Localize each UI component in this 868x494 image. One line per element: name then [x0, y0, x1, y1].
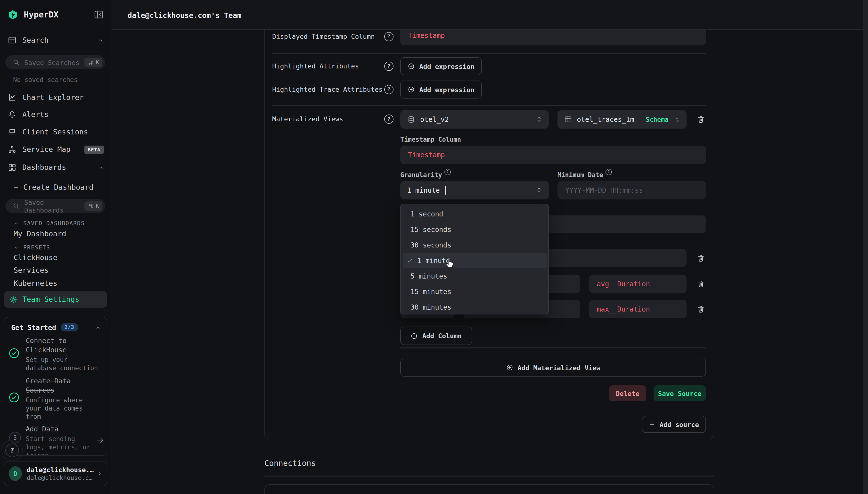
section-saved-dashboards[interactable]: SAVED DASHBOARDS	[14, 218, 85, 228]
help-button[interactable]: ?	[5, 443, 19, 457]
sidebar-item-label: Dashboards	[22, 163, 66, 172]
get-started-item-add-data[interactable]: Add Data Start sending logs, metrics, or…	[26, 424, 94, 456]
task-title: Create Data Sources	[26, 377, 99, 395]
sidebar-item-chart-explorer[interactable]: Chart Explorer	[8, 92, 104, 103]
get-started-progress-badge: 2/3	[60, 323, 78, 331]
task-desc: Set up your database connection	[26, 356, 101, 372]
dashboards-icon	[8, 163, 17, 172]
chart-explorer-icon	[8, 93, 17, 102]
bell-icon	[8, 110, 17, 119]
saved-searches-placeholder: Saved Searches	[24, 58, 80, 66]
chevron-up-icon[interactable]	[98, 37, 104, 43]
sidebar-item-dashboards[interactable]: Dashboards	[8, 162, 104, 173]
sidebar-item-team-settings[interactable]: Team Settings	[4, 291, 107, 308]
mouse-cursor-pointer	[444, 256, 456, 269]
get-started-item-create-sources[interactable]: Create Data Sources Configure where your…	[26, 377, 101, 421]
task-desc: Configure where your data comes from	[26, 396, 101, 421]
get-started-header[interactable]: Get Started 2/3	[11, 323, 101, 331]
task-title: Connect to ClickHouse	[26, 336, 99, 355]
chevron-down-icon	[14, 245, 19, 250]
divider	[265, 476, 714, 476]
scrollbar-track[interactable]	[863, 0, 868, 494]
check-icon	[407, 257, 413, 264]
granularity-dropdown: 1 second 15 seconds 30 seconds 1 minute …	[400, 204, 549, 315]
dropdown-option[interactable]: 15 minutes	[403, 284, 547, 299]
dropdown-option[interactable]: 5 minutes	[403, 268, 547, 284]
plus-icon	[13, 184, 19, 191]
search-section-icon	[8, 36, 17, 45]
chevron-right-icon	[97, 470, 103, 477]
saved-searches-input[interactable]: Saved Searches K	[5, 55, 105, 70]
sidebar-item-label: Alerts	[22, 110, 49, 119]
arrow-right-icon[interactable]	[96, 436, 104, 444]
shortcut-badge: K	[85, 58, 102, 67]
team-settings-label: Team Settings	[22, 295, 79, 304]
dropdown-option[interactable]: 30 minutes	[403, 299, 547, 315]
shortcut-badge: K	[85, 202, 102, 211]
page-title: dale@clickhouse.com's Team	[128, 11, 242, 20]
sidebar-item-label: Search	[22, 36, 49, 45]
dropdown-option[interactable]: 30 seconds	[403, 237, 547, 253]
app-title: HyperDX	[24, 10, 58, 19]
connections-heading: Connections	[265, 459, 316, 468]
get-started-card: Get Started 2/3 Connect to ClickHouse Se…	[4, 317, 107, 456]
dropdown-option-selected[interactable]: 1 minute	[403, 253, 547, 268]
sidebar: HyperDX Search Saved Searches K No saved…	[0, 0, 112, 494]
sidebar-item-service-map[interactable]: Service Map BETA	[8, 144, 104, 155]
top-bar: dale@clickhouse.com's Team	[112, 0, 868, 30]
beta-badge: BETA	[84, 145, 104, 154]
saved-dashboards-input[interactable]: Saved Dashboards K	[5, 199, 105, 213]
gear-icon	[9, 295, 17, 304]
connections-panel	[265, 484, 714, 494]
get-started-title: Get Started	[11, 323, 56, 331]
check-circle-icon	[8, 392, 20, 403]
sidebar-item-alerts[interactable]: Alerts	[8, 109, 104, 120]
dropdown-option[interactable]: 15 seconds	[403, 222, 547, 237]
cmd-icon	[88, 59, 94, 65]
section-presets[interactable]: PRESETS	[14, 243, 50, 252]
logo-row: HyperDX	[8, 9, 104, 20]
search-icon	[13, 202, 20, 210]
check-circle-icon	[8, 347, 20, 359]
chevron-up-icon[interactable]	[98, 164, 104, 171]
sidebar-item-my-dashboard[interactable]: My Dashboard	[14, 230, 66, 238]
search-icon	[13, 59, 20, 66]
saved-dashboards-placeholder: Saved Dashboards	[24, 198, 80, 214]
chevron-down-icon	[14, 221, 19, 226]
task-desc: Start sending logs, metrics, or traces	[26, 435, 94, 456]
dropdown-option[interactable]: 1 second	[403, 206, 547, 222]
avatar: D	[9, 466, 22, 481]
chevron-up-icon[interactable]	[95, 324, 101, 330]
user-email: dale@clickhouse.c…	[27, 474, 87, 482]
sidebar-item-label: Service Map	[22, 145, 71, 154]
service-map-icon	[8, 145, 17, 154]
sidebar-item-label: Chart Explorer	[22, 93, 84, 102]
cmd-icon	[88, 203, 94, 209]
collapse-sidebar-icon[interactable]	[94, 10, 104, 19]
sidebar-item-label: Client Sessions	[22, 128, 88, 136]
create-dashboard-button[interactable]: Create Dashboard	[13, 182, 109, 193]
sidebar-item-clickhouse[interactable]: ClickHouse	[14, 253, 58, 262]
user-menu[interactable]: D dale@clickhouse.… dale@clickhouse.c…	[4, 461, 107, 486]
sidebar-item-services[interactable]: Services	[14, 266, 49, 275]
get-started-item-connect[interactable]: Connect to ClickHouse Set up your databa…	[26, 336, 101, 372]
user-name: dale@clickhouse.…	[27, 466, 87, 474]
create-dashboard-label: Create Dashboard	[23, 183, 93, 192]
task-title: Add Data	[26, 424, 94, 434]
hyperdx-logo-icon	[8, 9, 18, 20]
sidebar-item-kubernetes[interactable]: Kubernetes	[14, 279, 58, 288]
laptop-icon	[8, 128, 17, 136]
sidebar-item-client-sessions[interactable]: Client Sessions	[8, 126, 104, 138]
sidebar-item-search[interactable]: Search	[8, 35, 104, 46]
no-saved-searches-text: No saved searches	[13, 76, 78, 83]
